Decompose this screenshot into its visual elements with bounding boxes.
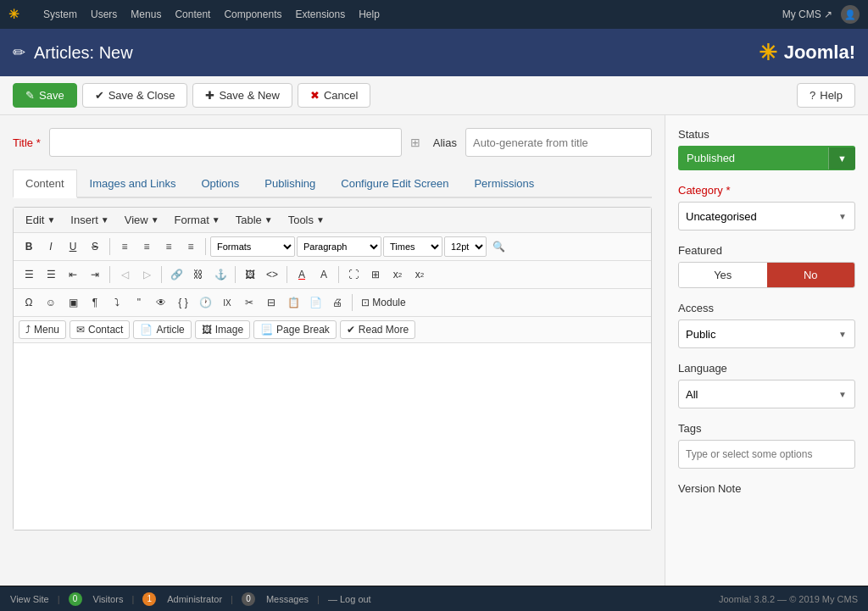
superscript-button[interactable]: x2	[409, 264, 430, 285]
question-icon: ?	[810, 89, 815, 102]
tab-publishing[interactable]: Publishing	[252, 169, 328, 198]
nav-content[interactable]: Content	[175, 8, 210, 20]
save-button[interactable]: ✎ Save	[13, 83, 77, 108]
strikethrough-button[interactable]: S	[85, 236, 105, 257]
unordered-list-button[interactable]: ☰	[19, 264, 39, 285]
nav-components[interactable]: Components	[224, 8, 281, 20]
module-button[interactable]: ⊡ Module	[357, 292, 410, 313]
print-button[interactable]: 🖨	[327, 292, 348, 313]
font-select[interactable]: Times	[383, 236, 442, 257]
fontcolor-button[interactable]: A	[292, 264, 312, 285]
paste-button[interactable]: 📋	[283, 292, 303, 313]
tab-images[interactable]: Images and Links	[77, 169, 189, 198]
table-insert-button[interactable]: ⊞	[365, 264, 386, 285]
view-site-link[interactable]: View Site	[10, 594, 49, 604]
messages-link[interactable]: Messages	[266, 594, 309, 604]
undo-button[interactable]: ◁	[114, 264, 135, 285]
editor-menu-table[interactable]: Table ▼	[229, 211, 280, 229]
code2-button[interactable]: { }	[173, 292, 193, 313]
align-left-button[interactable]: ≡	[114, 236, 135, 257]
editor-menu-edit[interactable]: Edit ▼	[19, 211, 62, 229]
help-button[interactable]: ? Help	[797, 83, 855, 108]
preview-button[interactable]: 👁	[151, 292, 171, 313]
alias-input[interactable]	[465, 128, 652, 157]
admin-link[interactable]: Administrator	[167, 594, 222, 604]
nav-system[interactable]: System	[43, 8, 77, 20]
editor-menu-view[interactable]: View ▼	[118, 211, 166, 229]
language-select-wrap: All	[678, 380, 855, 408]
visualaid-button[interactable]: IX	[217, 292, 237, 313]
tab-permissions[interactable]: Permissions	[461, 169, 547, 198]
bold-button[interactable]: B	[19, 236, 39, 257]
nav-extensions[interactable]: Extensions	[295, 8, 345, 20]
save-close-button[interactable]: ✔ Save & Close	[82, 83, 188, 108]
redo-button[interactable]: ▷	[136, 264, 157, 285]
nonbreaking-button[interactable]: ¶	[85, 292, 105, 313]
insert-contact-button[interactable]: ✉ Contact	[70, 320, 130, 339]
fullscreen-button[interactable]: ⛶	[343, 264, 364, 285]
editor-body[interactable]	[14, 343, 651, 530]
pagebreak-button[interactable]: ⤵	[107, 292, 127, 313]
nav-users[interactable]: Users	[91, 8, 117, 20]
featured-yes-button[interactable]: Yes	[679, 263, 767, 287]
pastetext-button[interactable]: 📄	[305, 292, 326, 313]
tab-content[interactable]: Content	[13, 169, 77, 198]
underline-button[interactable]: U	[63, 236, 83, 257]
special-char-button[interactable]: Ω	[19, 292, 39, 313]
indent-button[interactable]: ⇥	[85, 264, 105, 285]
tags-input[interactable]	[678, 440, 855, 469]
content-tabs: Content Images and Links Options Publish…	[13, 169, 652, 198]
find-button[interactable]: 🔍	[488, 236, 509, 257]
subscript-button[interactable]: x2	[387, 264, 408, 285]
cancel-button[interactable]: ✖ Cancel	[298, 83, 370, 108]
editor-menu-insert[interactable]: Insert ▼	[64, 211, 115, 229]
image-button[interactable]: 🖼	[240, 264, 260, 285]
nav-help[interactable]: Help	[359, 8, 380, 20]
cut-button[interactable]: ✂	[239, 292, 259, 313]
ordered-list-button[interactable]: ☰	[41, 264, 61, 285]
copy-button[interactable]: ⊟	[261, 292, 281, 313]
version-note-label: Version Note	[678, 482, 855, 495]
logout-link[interactable]: — Log out	[328, 594, 371, 604]
insert-pagebreak-button[interactable]: 📃 Page Break	[253, 320, 337, 339]
editor-menu-tools[interactable]: Tools ▼	[281, 211, 331, 229]
access-select[interactable]: Public	[678, 319, 855, 348]
align-center-button[interactable]: ≡	[136, 236, 157, 257]
paragraph-select[interactable]: Paragraph	[297, 236, 381, 257]
date-button[interactable]: 🕐	[195, 292, 215, 313]
outdent-button[interactable]: ⇤	[63, 264, 83, 285]
title-input[interactable]	[49, 128, 402, 157]
link-button[interactable]: 🔗	[166, 264, 186, 285]
featured-no-button[interactable]: No	[767, 263, 855, 287]
media-button[interactable]: ▣	[63, 292, 83, 313]
tab-configure[interactable]: Configure Edit Screen	[328, 169, 461, 198]
editor-menu-format[interactable]: Format ▼	[168, 211, 227, 229]
status-arrow-icon[interactable]: ▼	[828, 147, 855, 169]
insert-image-button[interactable]: 🖼 Image	[195, 320, 250, 339]
visitors-link[interactable]: Visitors	[93, 594, 124, 604]
code-button[interactable]: <>	[262, 264, 282, 285]
unlink-button[interactable]: ⛓	[188, 264, 209, 285]
size-select[interactable]: 12pt	[444, 236, 487, 257]
bgcolor-button[interactable]: A	[314, 264, 334, 285]
expand-icon[interactable]: ⊞	[410, 136, 420, 149]
blockquote-button[interactable]: "	[129, 292, 149, 313]
italic-button[interactable]: I	[41, 236, 61, 257]
nav-menus[interactable]: Menus	[131, 8, 161, 20]
cms-link[interactable]: My CMS ↗	[782, 8, 832, 20]
insert-article-button[interactable]: 📄 Article	[133, 320, 191, 339]
anchor-button[interactable]: ⚓	[210, 264, 231, 285]
align-justify-button[interactable]: ≡	[181, 236, 201, 257]
align-right-button[interactable]: ≡	[159, 236, 179, 257]
tab-options[interactable]: Options	[188, 169, 252, 198]
language-select[interactable]: All	[678, 380, 855, 408]
category-select[interactable]: Uncategorised	[678, 202, 855, 231]
insert-readmore-button[interactable]: ✔ Read More	[340, 320, 415, 339]
user-avatar[interactable]: 👤	[841, 5, 860, 24]
toolbar: ✎ Save ✔ Save & Close ✚ Save & New ✖ Can…	[0, 76, 868, 115]
save-new-button[interactable]: ✚ Save & New	[192, 83, 292, 108]
insert-menu-button[interactable]: ⤴ Menu	[19, 320, 66, 339]
emoticon-button[interactable]: ☺	[41, 292, 61, 313]
formats-select[interactable]: Formats	[210, 236, 295, 257]
status-select[interactable]: Published ▼	[678, 146, 855, 170]
